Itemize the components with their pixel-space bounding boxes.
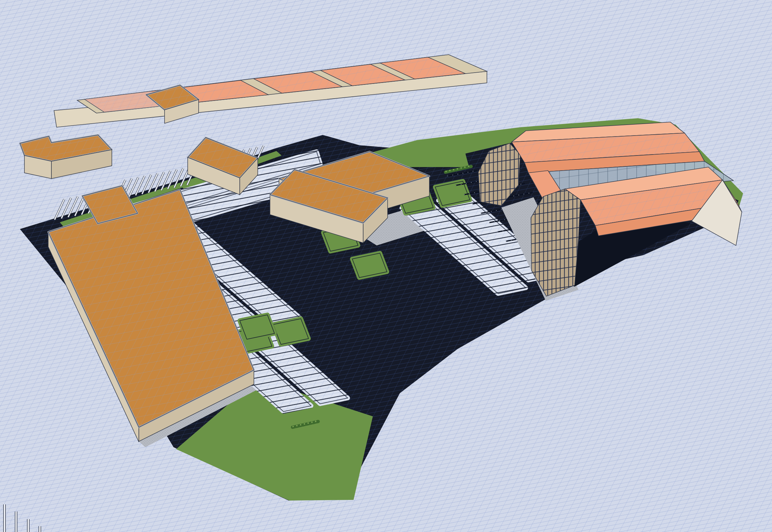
model-viewport[interactable]	[0, 0, 772, 532]
site-model-3d-view[interactable]	[0, 0, 772, 532]
